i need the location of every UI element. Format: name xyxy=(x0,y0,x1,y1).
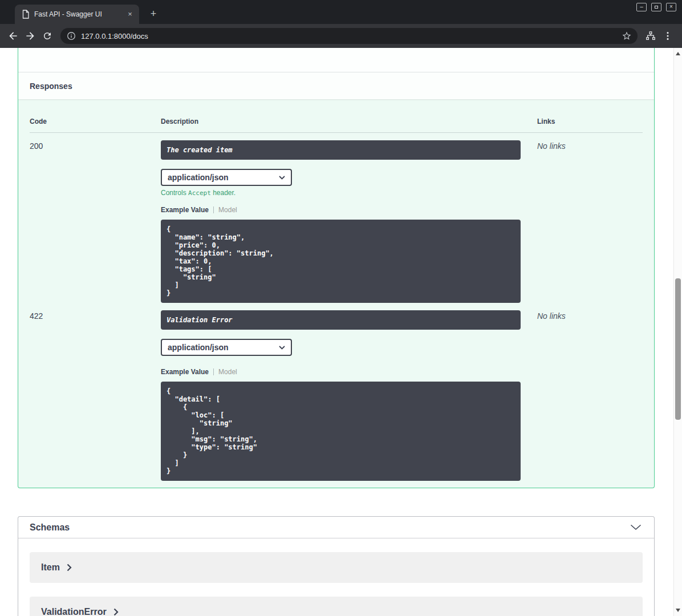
responses-section-header: Responses xyxy=(18,72,654,99)
browser-menu-button[interactable] xyxy=(659,27,676,44)
chevron-down-icon xyxy=(279,176,285,180)
tab-separator xyxy=(213,206,214,213)
back-icon xyxy=(7,30,19,42)
back-button[interactable] xyxy=(5,27,22,44)
schemas-list: Item ValidationError xyxy=(18,538,654,616)
tab-example-value[interactable]: Example Value xyxy=(161,206,209,214)
url-text: 127.0.0.1:8000/docs xyxy=(81,32,620,40)
browser-tab[interactable]: Fast API - Swagger UI × xyxy=(15,5,139,24)
tab-close-button[interactable]: × xyxy=(125,10,135,19)
chevron-down-icon xyxy=(279,346,285,350)
schemas-title: Schemas xyxy=(30,522,70,533)
address-bar[interactable]: 127.0.0.1:8000/docs xyxy=(60,28,638,44)
responses-panel: Responses Code Description Links 200 The… xyxy=(18,48,655,488)
response-links: No links xyxy=(537,310,643,481)
scroll-down-button[interactable] xyxy=(676,609,680,612)
response-description: Validation Error xyxy=(161,310,521,330)
example-model-tabs: Example Value Model xyxy=(161,206,537,214)
media-type-value: application/json xyxy=(168,173,229,182)
responses-table-header: Code Description Links xyxy=(30,117,643,133)
bookmark-button[interactable] xyxy=(620,30,633,42)
media-router-button[interactable] xyxy=(642,27,659,44)
example-json-block: { "name": "string", "price": 0, "descrip… xyxy=(161,220,521,303)
browser-toolbar: 127.0.0.1:8000/docs xyxy=(0,24,682,48)
responses-title: Responses xyxy=(30,82,72,91)
chevron-right-icon xyxy=(113,608,119,616)
schemas-section: Schemas Item ValidationError xyxy=(18,516,655,616)
star-icon xyxy=(622,31,632,41)
response-description: The created item xyxy=(161,140,521,160)
response-row-422: 422 Validation Error application/json Ex… xyxy=(30,303,643,481)
schema-validation-error[interactable]: ValidationError xyxy=(30,597,643,616)
tab-example-value[interactable]: Example Value xyxy=(161,368,209,376)
site-info-icon[interactable] xyxy=(66,31,76,41)
note-code: Accept xyxy=(188,189,211,197)
minimize-button[interactable]: – xyxy=(636,3,647,11)
close-window-button[interactable]: × xyxy=(666,3,676,11)
document-icon xyxy=(22,10,30,19)
example-json-block: { "detail": [ { "loc": [ "string" ], "ms… xyxy=(161,382,521,481)
schema-item[interactable]: Item xyxy=(30,552,643,583)
column-header-code: Code xyxy=(30,117,161,125)
schema-name: ValidationError xyxy=(41,607,107,616)
browser-titlebar: Fast API - Swagger UI × + – × xyxy=(0,0,682,24)
page-scrollbar[interactable] xyxy=(673,48,682,616)
media-type-value: application/json xyxy=(168,343,229,352)
note-prefix: Controls xyxy=(161,189,186,197)
tab-model[interactable]: Model xyxy=(218,206,237,214)
forward-icon xyxy=(25,30,36,42)
column-header-links: Links xyxy=(537,117,643,125)
tab-model[interactable]: Model xyxy=(218,368,237,376)
kebab-menu-icon xyxy=(663,31,673,41)
forward-button[interactable] xyxy=(22,27,39,44)
swagger-page: Responses Code Description Links 200 The… xyxy=(0,48,682,616)
window-controls: – × xyxy=(636,3,676,11)
reload-button[interactable] xyxy=(39,27,56,44)
response-code: 200 xyxy=(30,140,161,303)
maximize-button[interactable] xyxy=(651,3,661,11)
tab-title: Fast API - Swagger UI xyxy=(34,10,125,18)
chevron-down-icon xyxy=(630,524,642,530)
scrollbar-thumb[interactable] xyxy=(675,278,681,420)
note-suffix: header. xyxy=(213,189,236,197)
media-type-dropdown[interactable]: application/json xyxy=(161,169,292,186)
opblock-section-spacer xyxy=(18,48,654,72)
tab-separator xyxy=(213,368,214,375)
example-model-tabs: Example Value Model xyxy=(161,368,537,376)
scroll-up-button[interactable] xyxy=(676,52,680,55)
response-links: No links xyxy=(537,140,643,303)
chevron-right-icon xyxy=(67,564,72,572)
media-type-dropdown[interactable]: application/json xyxy=(161,339,292,356)
responses-table: Code Description Links 200 The created i… xyxy=(18,99,654,488)
response-row-200: 200 The created item application/json Co… xyxy=(30,133,643,303)
new-tab-button[interactable]: + xyxy=(147,8,160,21)
controls-accept-note: Controls Accept header. xyxy=(161,189,537,197)
sitemap-icon xyxy=(646,31,656,41)
response-code: 422 xyxy=(30,310,161,481)
response-description-cell: The created item application/json Contro… xyxy=(161,140,537,303)
schema-name: Item xyxy=(41,562,60,573)
response-description-cell: Validation Error application/json Exampl… xyxy=(161,310,537,481)
column-header-description: Description xyxy=(161,117,537,125)
reload-icon xyxy=(42,31,52,41)
schemas-header[interactable]: Schemas xyxy=(18,517,654,538)
maximize-icon xyxy=(655,6,658,9)
